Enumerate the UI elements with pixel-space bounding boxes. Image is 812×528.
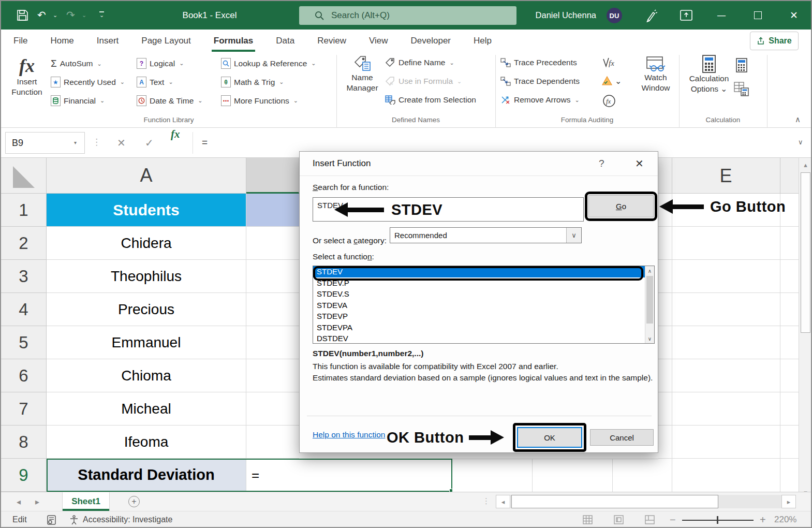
dialog-help-icon[interactable]: ? xyxy=(599,152,604,175)
column-header-right-strip[interactable]: E xyxy=(658,158,799,194)
cell-b9-active[interactable]: = xyxy=(246,459,452,492)
cell-b6[interactable] xyxy=(246,359,299,392)
sheet-tab-sheet1[interactable]: Sheet1 xyxy=(62,492,110,511)
function-list-item-stdeva[interactable]: STDEVA xyxy=(313,300,654,311)
row-header-5[interactable]: 5 xyxy=(1,326,47,359)
cell-a7[interactable]: Micheal xyxy=(47,392,246,426)
tab-insert[interactable]: Insert xyxy=(97,30,119,52)
financial-button[interactable]: Financial⌄ xyxy=(51,95,105,106)
row-header-1[interactable]: 1 xyxy=(1,194,47,227)
feedback-pen-icon[interactable] xyxy=(644,9,657,22)
lookup-reference-button[interactable]: Lookup & Reference⌄ xyxy=(221,58,316,69)
scroll-up-icon[interactable]: ▴ xyxy=(799,158,812,171)
recently-used-button[interactable]: ★ Recently Used⌄ xyxy=(51,77,125,87)
user-name[interactable]: Daniel Uchenna xyxy=(529,1,596,30)
more-functions-button[interactable]: ⋯ More Functions⌄ xyxy=(221,95,298,106)
cell-b8[interactable] xyxy=(246,426,299,459)
undo-dropdown-icon[interactable]: ⌄ xyxy=(53,1,57,30)
calculate-now-icon[interactable] xyxy=(736,58,747,72)
avatar[interactable]: DU xyxy=(607,8,622,23)
redo-button[interactable]: ↷ xyxy=(66,1,75,30)
cell-b5[interactable] xyxy=(246,326,299,359)
zoom-out-button[interactable]: − xyxy=(670,511,676,528)
vertical-scrollbar[interactable]: ▴ ▾ xyxy=(799,158,812,499)
grid-right-area[interactable] xyxy=(658,194,799,492)
list-scroll-down-icon[interactable]: ∨ xyxy=(645,334,654,343)
trace-precedents-button[interactable]: Trace Precedents xyxy=(500,58,577,67)
show-formulas-icon[interactable]: fx xyxy=(602,57,616,68)
tab-home[interactable]: Home xyxy=(50,30,73,52)
tab-page-layout[interactable]: Page Layout xyxy=(141,30,190,52)
cell-a2[interactable]: Chidera xyxy=(47,227,246,260)
tab-splitter-dots-icon[interactable]: ⋮ xyxy=(482,492,491,511)
cell-b1[interactable] xyxy=(246,194,299,227)
page-layout-view-icon[interactable] xyxy=(614,515,624,524)
zoom-level[interactable]: 220% xyxy=(774,511,796,528)
function-list-item-dstdev[interactable]: DSTDEV xyxy=(313,333,654,344)
minimize-button[interactable]: — xyxy=(711,1,732,30)
customize-qat-icon[interactable]: ⌄ xyxy=(99,11,104,19)
tab-data[interactable]: Data xyxy=(276,30,294,52)
autosum-button[interactable]: Σ AutoSum⌄ xyxy=(51,58,102,69)
cancel-button[interactable]: Cancel xyxy=(590,429,654,446)
tab-help[interactable]: Help xyxy=(474,30,492,52)
row-header-3[interactable]: 3 xyxy=(1,260,47,293)
math-trig-button[interactable]: θ Math & Trig⌄ xyxy=(221,77,284,87)
confirm-entry-icon[interactable]: ✓ xyxy=(145,128,154,158)
undo-button[interactable]: ↶ xyxy=(37,1,46,30)
remove-arrows-button[interactable]: ✕ Remove Arrows⌄ xyxy=(500,95,580,105)
drag-dots-icon[interactable]: ⋮ xyxy=(92,128,101,158)
accessibility-status[interactable]: Accessibility: Investigate xyxy=(69,511,172,528)
cell-b3[interactable] xyxy=(246,260,299,293)
go-button[interactable]: Go xyxy=(588,195,654,217)
row-header-6[interactable]: 6 xyxy=(1,359,47,392)
create-from-selection-button[interactable]: Create from Selection xyxy=(385,95,476,105)
text-button[interactable]: A Text⌄ xyxy=(137,77,173,87)
tab-view[interactable]: View xyxy=(369,30,388,52)
grid-bottom-sliver[interactable] xyxy=(452,453,658,492)
list-scroll-up-icon[interactable]: ∧ xyxy=(645,266,654,275)
insert-function-fx-icon[interactable]: fx xyxy=(171,128,180,141)
category-dropdown-icon[interactable]: ∨ xyxy=(566,228,581,243)
row-header-8[interactable]: 8 xyxy=(1,426,47,459)
calculation-options-button[interactable]: Calculation Options ⌄ xyxy=(685,55,733,94)
cell-b2[interactable] xyxy=(246,227,299,260)
redo-dropdown-icon[interactable]: ⌄ xyxy=(82,1,86,30)
name-box-dropdown-icon[interactable]: ▾ xyxy=(74,133,77,154)
search-box[interactable]: Search (Alt+Q) xyxy=(299,6,516,25)
function-list-item-stdevpa[interactable]: STDEVPA xyxy=(313,322,654,333)
category-dropdown[interactable]: Recommended ∨ xyxy=(390,227,582,243)
zoom-slider-thumb[interactable] xyxy=(717,516,718,524)
cancel-entry-icon[interactable]: ✕ xyxy=(117,128,126,158)
sheet-nav-right-icon[interactable]: ▸ xyxy=(31,492,43,511)
row-header-2[interactable]: 2 xyxy=(1,227,47,260)
ok-button[interactable]: OK xyxy=(517,427,582,448)
formula-bar-content[interactable]: = xyxy=(202,128,208,157)
ribbon-display-options-icon[interactable] xyxy=(680,10,692,21)
function-list-item-stdevp[interactable]: STDEVP xyxy=(313,311,654,322)
horizontal-scrollbar[interactable]: ◂ ▸ xyxy=(496,495,796,508)
insert-function-button[interactable]: fx Insert Function xyxy=(7,55,47,97)
tab-developer[interactable]: Developer xyxy=(411,30,451,52)
cell-a1[interactable]: Students xyxy=(47,194,246,227)
horizontal-scroll-thumb[interactable] xyxy=(511,495,718,508)
close-button[interactable]: ✕ xyxy=(784,1,804,30)
define-name-button[interactable]: Define Name⌄ xyxy=(385,58,454,67)
tab-review[interactable]: Review xyxy=(317,30,346,52)
sheet-nav-left-icon[interactable]: ◂ xyxy=(12,492,25,511)
name-manager-button[interactable]: Name Manager xyxy=(340,56,385,93)
cell-a4[interactable]: Precious xyxy=(47,293,246,326)
maximize-button[interactable] xyxy=(747,1,768,30)
name-box[interactable]: B9 ▾ xyxy=(5,132,85,154)
function-list-scrollbar[interactable]: ∧ ∨ xyxy=(645,266,654,343)
hscroll-left-icon[interactable]: ◂ xyxy=(496,495,510,508)
date-time-button[interactable]: Date & Time⌄ xyxy=(137,95,203,106)
error-checking-button[interactable]: ⌄ xyxy=(601,76,622,86)
column-header-b[interactable] xyxy=(246,158,299,194)
cell-a8[interactable]: Ifeoma xyxy=(47,426,246,459)
calculate-sheet-icon[interactable] xyxy=(734,82,749,96)
save-icon[interactable] xyxy=(17,9,28,21)
normal-view-icon[interactable] xyxy=(583,515,593,524)
trace-dependents-button[interactable]: Trace Dependents xyxy=(500,77,580,86)
cell-b7[interactable] xyxy=(246,392,299,426)
